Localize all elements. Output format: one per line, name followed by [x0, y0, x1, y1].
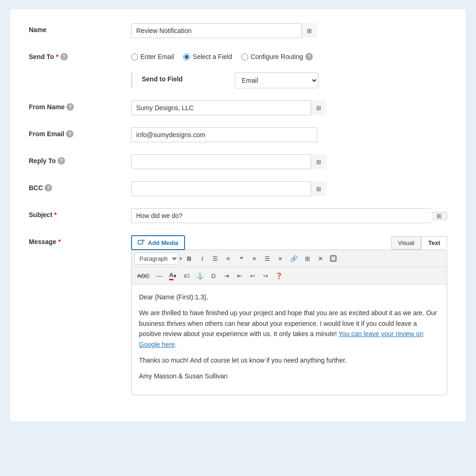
subject-required: *: [54, 211, 57, 218]
radio-select-field[interactable]: Select a Field: [183, 53, 232, 60]
message-row: Message * Add Media Visual Text: [29, 235, 447, 395]
add-media-button[interactable]: Add Media: [131, 235, 185, 250]
radio-configure-routing-input[interactable]: [241, 53, 248, 60]
reply-to-icon-btn[interactable]: ⊞: [311, 154, 326, 169]
from-name-icon-btn[interactable]: ⊞: [311, 100, 326, 115]
align-center-btn[interactable]: ☰: [261, 252, 273, 264]
align-left-btn[interactable]: ≡: [248, 252, 260, 264]
from-name-input[interactable]: [131, 100, 326, 115]
undo-btn[interactable]: ↩: [246, 270, 258, 282]
send-to-help-icon[interactable]: ?: [60, 53, 68, 60]
text-tab[interactable]: Text: [421, 236, 447, 250]
help-btn[interactable]: ❓: [272, 270, 285, 282]
name-row: Name ⊞: [29, 23, 447, 38]
editor-toolbar-row1: Paragraph ▾ B I ☰ ≡ ❝ ≡ ☰ ≡ 🔗 ⊞ ✕: [132, 250, 447, 267]
editor-content[interactable]: Dear {Name (First):1.3}, We are thrilled…: [132, 284, 447, 395]
send-to-label: Send To * ?: [29, 50, 131, 60]
more-btn[interactable]: ✕: [314, 252, 326, 264]
bcc-grid-icon: ⊞: [316, 185, 321, 192]
send-to-required: *: [56, 53, 58, 60]
reply-to-row: Reply To ? ⊞: [29, 154, 447, 169]
outdent-btn[interactable]: ⇤: [233, 270, 245, 282]
send-to-row: Send To * ? Enter Email Select a Field C…: [29, 50, 447, 60]
name-field-icon-btn[interactable]: ⊞: [301, 23, 317, 38]
from-name-label: From Name ?: [29, 100, 131, 111]
reply-to-input[interactable]: [131, 154, 326, 169]
radio-enter-email-label: Enter Email: [140, 53, 174, 60]
italic-btn[interactable]: I: [196, 252, 208, 264]
subject-icon-btn[interactable]: ⊞: [431, 212, 447, 220]
message-signature: Amy Masson & Susan Sullivan: [139, 371, 439, 381]
bcc-field: ⊞: [131, 181, 447, 196]
link-btn[interactable]: 🔗: [287, 252, 300, 264]
from-email-help-icon[interactable]: ?: [66, 130, 73, 138]
indent-btn[interactable]: ⇥: [220, 270, 232, 282]
send-to-field-select-wrap: Email: [235, 73, 318, 88]
fullscreen-icon: [330, 255, 337, 262]
name-field: ⊞: [131, 23, 447, 38]
svg-rect-0: [138, 240, 143, 244]
bcc-input-wrap: ⊞: [131, 181, 326, 196]
subject-row: Subject * ⊞: [29, 208, 447, 223]
message-label: Message *: [29, 235, 131, 245]
from-email-field: [131, 127, 447, 142]
visual-tab[interactable]: Visual: [391, 236, 421, 250]
send-to-radio-group: Enter Email Select a Field Configure Rou…: [131, 50, 447, 60]
radio-select-field-label: Select a Field: [192, 53, 232, 60]
redo-btn[interactable]: ↪: [259, 270, 271, 282]
from-name-row: From Name ? ⊞: [29, 100, 447, 115]
horizontal-rule-btn[interactable]: —: [153, 270, 165, 282]
message-body: We are thrilled to have finished up your…: [139, 308, 439, 350]
subject-grid-icon: ⊞: [436, 212, 442, 219]
subject-field: ⊞: [131, 208, 447, 223]
unordered-list-btn[interactable]: ☰: [209, 252, 221, 264]
subject-input-row: ⊞: [131, 208, 447, 223]
strikethrough-btn[interactable]: ABC: [134, 270, 152, 282]
radio-configure-routing-label: Configure Routing: [251, 53, 303, 60]
blockquote-btn[interactable]: ❝: [235, 252, 247, 264]
from-name-field: ⊞: [131, 100, 447, 115]
reply-to-field: ⊞: [131, 154, 447, 169]
message-section: Add Media Visual Text Paragraph ▾ B I ☰: [131, 235, 447, 395]
bold-btn[interactable]: B: [183, 252, 195, 264]
svg-rect-5: [331, 257, 335, 260]
anchor-btn[interactable]: ⚓: [193, 270, 206, 282]
name-label: Name: [29, 23, 131, 33]
ordered-list-btn[interactable]: ≡: [222, 252, 234, 264]
bcc-input[interactable]: [131, 181, 326, 196]
from-email-row: From Email ?: [29, 127, 447, 142]
align-right-btn[interactable]: ≡: [274, 252, 286, 264]
paragraph-select[interactable]: Paragraph: [134, 252, 178, 264]
reply-to-help-icon[interactable]: ?: [58, 157, 65, 165]
name-input[interactable]: [131, 23, 317, 38]
subject-input[interactable]: [131, 208, 431, 223]
reply-to-grid-icon: ⊞: [316, 159, 321, 165]
configure-routing-help-icon[interactable]: ?: [305, 53, 313, 60]
from-name-grid-icon: ⊞: [316, 105, 321, 112]
send-to-field: Enter Email Select a Field Configure Rou…: [131, 50, 447, 60]
radio-select-field-input[interactable]: [183, 53, 190, 60]
paragraph-chevron-icon: ▾: [179, 256, 182, 262]
from-email-label: From Email ?: [29, 127, 131, 138]
radio-enter-email-input[interactable]: [131, 53, 138, 60]
fullscreen-btn[interactable]: [327, 252, 339, 264]
from-name-help-icon[interactable]: ?: [66, 103, 74, 111]
send-to-field-label: Send to Field: [142, 73, 235, 83]
add-media-icon: [138, 239, 145, 246]
custom-field-btn[interactable]: 🏷: [180, 270, 192, 282]
bcc-help-icon[interactable]: ?: [45, 184, 52, 192]
reply-to-input-wrap: ⊞: [131, 154, 326, 169]
bcc-row: BCC ? ⊞: [29, 181, 447, 196]
editor-toolbar-row2: ABC — A▾ 🏷 ⚓ Ω ⇥ ⇤ ↩ ↪ ❓: [132, 267, 447, 284]
radio-enter-email[interactable]: Enter Email: [131, 53, 174, 60]
view-tabs: Visual Text: [391, 236, 447, 250]
radio-configure-routing[interactable]: Configure Routing ?: [241, 53, 313, 60]
from-email-input[interactable]: [131, 127, 317, 142]
special-char-btn[interactable]: Ω: [207, 270, 219, 282]
text-color-btn[interactable]: A▾: [166, 270, 179, 282]
send-to-field-select[interactable]: Email: [235, 73, 318, 88]
bcc-icon-btn[interactable]: ⊞: [311, 181, 326, 196]
from-name-input-wrap: ⊞: [131, 100, 326, 115]
message-greeting: Dear {Name (First):1.3},: [139, 292, 439, 302]
table-btn[interactable]: ⊞: [301, 252, 313, 264]
